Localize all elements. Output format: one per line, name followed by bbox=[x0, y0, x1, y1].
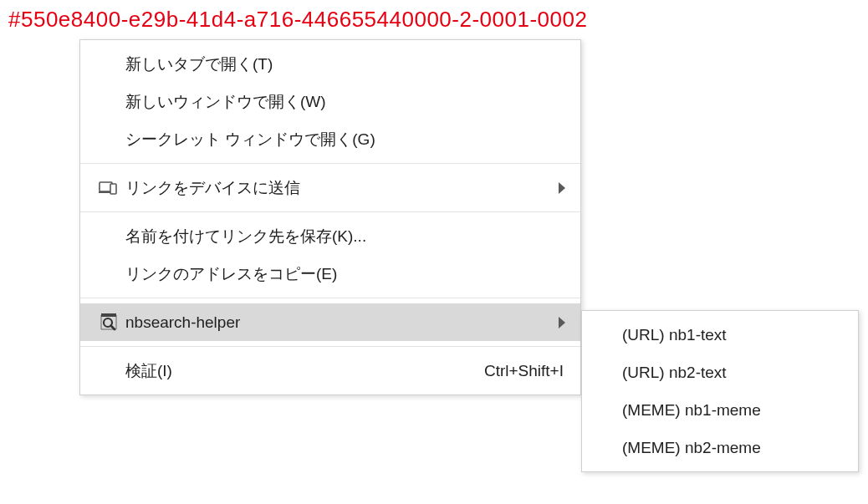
menu-send-to-device[interactable]: リンクをデバイスに送信 bbox=[80, 169, 580, 206]
menu-shortcut: Ctrl+Shift+I bbox=[484, 362, 565, 380]
context-menu: 新しいタブで開く(T) 新しいウィンドウで開く(W) シークレット ウィンドウで… bbox=[79, 39, 581, 395]
submenu-arrow-icon bbox=[559, 182, 565, 194]
nbsearch-submenu: (URL) nb1-text (URL) nb2-text (MEME) nb1… bbox=[581, 310, 859, 472]
menu-open-new-tab[interactable]: 新しいタブで開く(T) bbox=[80, 45, 580, 83]
submenu-item-meme-nb2[interactable]: (MEME) nb2-meme bbox=[582, 429, 858, 466]
menu-label: シークレット ウィンドウで開く(G) bbox=[125, 129, 565, 150]
anchor-link[interactable]: #550e8400-e29b-41d4-a716-446655440000-2-… bbox=[8, 7, 587, 33]
menu-nbsearch-helper[interactable]: nbsearch-helper bbox=[80, 303, 580, 341]
menu-separator bbox=[80, 298, 580, 298]
nbsearch-icon bbox=[99, 313, 125, 333]
menu-separator bbox=[80, 346, 580, 347]
menu-label: nbsearch-helper bbox=[125, 313, 550, 332]
menu-separator bbox=[80, 211, 580, 212]
menu-open-incognito[interactable]: シークレット ウィンドウで開く(G) bbox=[80, 120, 580, 158]
submenu-item-url-nb1[interactable]: (URL) nb1-text bbox=[582, 316, 858, 354]
submenu-label: (MEME) nb1-meme bbox=[622, 401, 761, 420]
submenu-label: (URL) nb1-text bbox=[622, 326, 727, 344]
submenu-item-url-nb2[interactable]: (URL) nb2-text bbox=[582, 354, 858, 391]
menu-label: リンクをデバイスに送信 bbox=[125, 177, 550, 199]
menu-label: 検証(I) bbox=[125, 360, 484, 382]
svg-rect-2 bbox=[110, 184, 116, 194]
device-icon bbox=[99, 181, 125, 195]
submenu-arrow-icon bbox=[559, 317, 565, 328]
menu-label: 新しいウィンドウで開く(W) bbox=[125, 91, 565, 113]
submenu-label: (URL) nb2-text bbox=[622, 364, 727, 382]
menu-inspect[interactable]: 検証(I) Ctrl+Shift+I bbox=[80, 352, 580, 389]
menu-copy-link-address[interactable]: リンクのアドレスをコピー(E) bbox=[80, 255, 580, 293]
menu-label: リンクのアドレスをコピー(E) bbox=[125, 263, 565, 285]
submenu-item-meme-nb1[interactable]: (MEME) nb1-meme bbox=[582, 391, 858, 429]
menu-label: 名前を付けてリンク先を保存(K)... bbox=[125, 226, 565, 247]
menu-open-new-window[interactable]: 新しいウィンドウで開く(W) bbox=[80, 83, 580, 120]
submenu-label: (MEME) nb2-meme bbox=[622, 439, 761, 457]
menu-save-link-as[interactable]: 名前を付けてリンク先を保存(K)... bbox=[80, 217, 580, 255]
menu-separator bbox=[80, 163, 580, 164]
menu-label: 新しいタブで開く(T) bbox=[125, 53, 565, 75]
